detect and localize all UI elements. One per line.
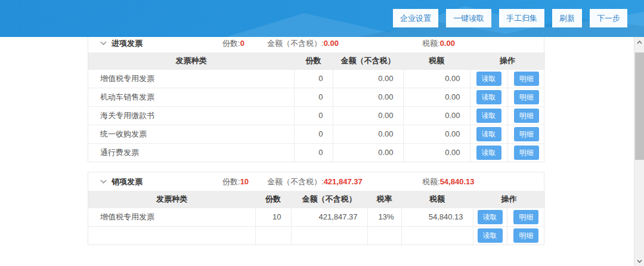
- scrollbar-thumb[interactable]: [635, 52, 644, 160]
- output-invoices-panel: 销项发票 份数:10 金额（不含税）:421,847.37 税额:54,840.…: [88, 172, 544, 245]
- table-row: 通行费发票 0 0.00 0.00 读取 明细: [88, 143, 545, 162]
- table-row: 增值税专用发票 0 0.00 0.00 读取 明细: [88, 69, 545, 88]
- input-invoices-title: 进项发票: [112, 38, 143, 49]
- read-button[interactable]: 读取: [476, 72, 501, 86]
- chevron-down-icon[interactable]: [100, 180, 107, 184]
- col-amount: 金额（不含税）: [333, 52, 403, 69]
- detail-button[interactable]: 明细: [514, 72, 539, 86]
- read-button[interactable]: 读取: [478, 228, 503, 243]
- detail-button[interactable]: 明细: [514, 109, 539, 123]
- output-invoices-header: 销项发票 份数:10 金额（不含税）:421,847.37 税额:54,840.…: [88, 172, 544, 191]
- col-count: 份数: [255, 191, 291, 208]
- table-row: 机动车销售发票 0 0.00 0.00 读取 明细: [88, 88, 545, 106]
- output-count-value: 10: [240, 177, 249, 186]
- col-rate: 税率: [367, 191, 401, 208]
- col-invoice-type: 发票种类: [88, 191, 255, 208]
- output-amount-value: 421,847.37: [324, 177, 363, 186]
- enterprise-settings-button[interactable]: 企业设置: [393, 9, 438, 27]
- scroll-down-arrow-icon[interactable]: [634, 256, 644, 266]
- output-summary-tax: 税额:54,840.13: [422, 177, 544, 187]
- manual-collect-button[interactable]: 手工归集: [499, 9, 544, 27]
- col-invoice-type: 发票种类: [88, 52, 294, 69]
- input-summary-amount: 金额（不含税）:0.00: [267, 38, 422, 49]
- top-banner: 企业设置 一键读取 手工归集 刷新 下一步: [0, 0, 644, 37]
- input-invoices-title-wrap: 进项发票: [88, 38, 222, 49]
- col-tax: 税额: [403, 52, 470, 69]
- detail-button[interactable]: 明细: [514, 90, 539, 104]
- output-invoices-title: 销项发票: [112, 177, 143, 187]
- read-button[interactable]: 读取: [476, 90, 501, 104]
- next-step-button[interactable]: 下一步: [590, 9, 627, 27]
- input-invoices-panel: 进项发票 份数:0 金额（不含税）:0.00 税额:0.00 发票种类 份数 金…: [88, 33, 544, 162]
- output-invoices-title-wrap: 销项发票: [88, 177, 222, 187]
- detail-button[interactable]: 明细: [514, 127, 539, 141]
- table-row: 海关专用缴款书 0 0.00 0.00 读取 明细: [88, 106, 545, 125]
- vertical-scrollbar[interactable]: [634, 37, 644, 266]
- input-invoices-table: 发票种类 份数 金额（不含税） 税额 操作 增值税专用发票 0 0.00 0.0…: [88, 52, 545, 162]
- read-button[interactable]: 读取: [476, 146, 501, 160]
- col-amount: 金额（不含税）: [291, 191, 367, 208]
- input-summary-count: 份数:0: [222, 38, 267, 49]
- detail-button[interactable]: 明细: [513, 228, 538, 243]
- read-button[interactable]: 读取: [478, 210, 503, 224]
- col-tax: 税额: [401, 191, 473, 208]
- table-row-partial: 读取 明细: [88, 226, 545, 245]
- input-summary-tax: 税额:0.00: [422, 38, 544, 49]
- output-invoices-table: 发票种类 份数 金额（不含税） 税率 税额 操作 增值税专用发票 10 421,…: [88, 191, 545, 245]
- col-action: 操作: [473, 191, 545, 208]
- output-table-header-row: 发票种类 份数 金额（不含税） 税率 税额 操作: [88, 191, 545, 208]
- read-button[interactable]: 读取: [476, 109, 501, 123]
- output-summary-amount: 金额（不含税）:421,847.37: [267, 177, 422, 187]
- col-action: 操作: [470, 52, 545, 69]
- detail-button[interactable]: 明细: [514, 146, 539, 160]
- output-tax-value: 54,840.13: [440, 177, 475, 186]
- input-count-value: 0: [240, 39, 244, 48]
- table-row: 增值税专用发票 10 421,847.37 13% 54,840.13 读取 明…: [88, 208, 545, 226]
- output-summary-count: 份数:10: [222, 177, 267, 187]
- banner-button-group: 企业设置 一键读取 手工归集 刷新 下一步: [393, 9, 627, 27]
- scroll-up-arrow-icon[interactable]: [634, 37, 644, 47]
- one-click-read-button[interactable]: 一键读取: [446, 9, 491, 27]
- refresh-button[interactable]: 刷新: [552, 9, 582, 27]
- col-count: 份数: [294, 52, 333, 69]
- input-tax-value: 0.00: [440, 39, 455, 48]
- input-amount-value: 0.00: [324, 39, 339, 48]
- read-button[interactable]: 读取: [476, 127, 501, 141]
- chevron-down-icon[interactable]: [100, 41, 107, 45]
- table-row: 统一收购发票 0 0.00 0.00 读取 明细: [88, 125, 545, 143]
- input-table-header-row: 发票种类 份数 金额（不含税） 税额 操作: [88, 52, 545, 69]
- detail-button[interactable]: 明细: [513, 210, 538, 224]
